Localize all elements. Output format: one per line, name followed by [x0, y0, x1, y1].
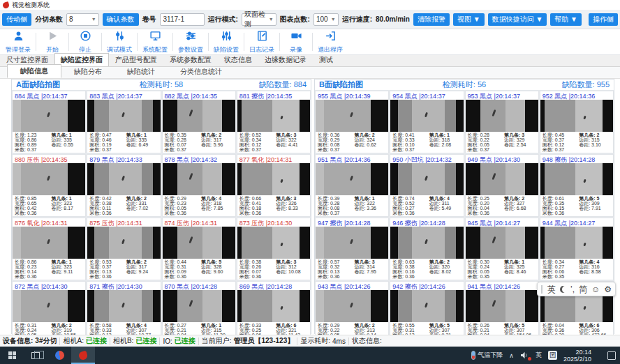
defect-thumbnail[interactable]	[540, 100, 613, 132]
defect-cell-880[interactable]: 880 压伤 |20:14:35长度: 0.85宽度: 0.65面积: 0.42…	[12, 154, 86, 217]
defect-thumbnail[interactable]	[540, 227, 613, 259]
clear-alarm-button[interactable]: 清除报警	[413, 13, 450, 26]
defect-thumbnail[interactable]	[316, 100, 388, 132]
drive-side-button[interactable]: 传动侧	[2, 13, 31, 26]
defect-thumbnail[interactable]	[466, 290, 538, 322]
action-monitor-button[interactable]: 系统配置	[138, 29, 172, 55]
defect-cell-953[interactable]: 953 黑点 |20:14:37长度: 0.28宽度: 0.22面积: 0.05…	[465, 91, 539, 153]
defect-cell-950[interactable]: 950 小凹坑 |20:14:32长度: 0.74宽度: 0.52面积: 0.2…	[390, 154, 464, 217]
emoji-icon[interactable]: ☺	[591, 285, 600, 294]
defect-cell-882[interactable]: 882 黑点 |20:14:35长度: 0.35宽度: 0.28面积: 0.07…	[162, 91, 236, 153]
defect-cell-874[interactable]: 874 压伤 |20:14:31长度: 0.44宽度: 0.31面积: 0.09…	[162, 218, 236, 280]
defect-thumbnail[interactable]	[87, 290, 160, 322]
defect-thumbnail[interactable]	[163, 163, 235, 195]
view-menu-button[interactable]: 视图 ▼	[453, 13, 485, 26]
defect-cell-944[interactable]: 944 黑点 |20:14:27长度: 0.34宽度: 0.27面积: 0.06…	[540, 218, 614, 280]
defect-cell-881[interactable]: 881 擦伤 |20:14:35长度: 0.52宽度: 0.34面积: 0.12…	[237, 91, 311, 153]
tab-2[interactable]: 产品型号配置	[109, 53, 163, 66]
defect-thumbnail[interactable]	[316, 227, 388, 259]
clock-widget[interactable]: 20:142025/2/10	[563, 349, 591, 363]
action-center-button[interactable]	[607, 351, 616, 360]
subtab-1[interactable]: 缺陷分布	[61, 66, 115, 78]
moon-icon[interactable]	[560, 286, 566, 293]
defect-thumbnail[interactable]	[87, 100, 160, 132]
defect-cell-884[interactable]: 884 黑点 |20:14:37长度: 1.23宽度: 0.86面积: 0.89…	[12, 91, 86, 153]
defect-thumbnail[interactable]	[87, 163, 160, 195]
defect-cell-945[interactable]: 945 黑点 |20:14:27长度: 0.30宽度: 0.24面积: 0.05…	[465, 218, 539, 280]
ime-simplified-toggle[interactable]: 简	[579, 285, 587, 294]
defect-thumbnail[interactable]	[390, 100, 463, 132]
action-params-sliders-button[interactable]: 参数设置	[174, 29, 207, 55]
defect-cell-879[interactable]: 879 黑点 |20:14:33长度: 0.42宽度: 0.38面积: 0.11…	[87, 154, 161, 217]
hidden-icons-button[interactable]: ∧	[509, 352, 514, 359]
ime-lang-toggle[interactable]: 英	[547, 285, 556, 294]
defect-thumbnail[interactable]	[466, 100, 538, 132]
ime-punct-toggle[interactable]: ’,	[570, 285, 575, 294]
action-stop-button[interactable]: 停止	[70, 29, 101, 55]
strip-count-select[interactable]: 8▼	[66, 13, 99, 26]
defect-thumbnail[interactable]	[237, 100, 310, 132]
subtab-2[interactable]: 缺陷统计	[115, 66, 168, 78]
weather-widget[interactable]: 气温下降	[471, 351, 503, 360]
defect-thumbnail[interactable]	[87, 227, 160, 259]
defect-thumbnail[interactable]	[390, 163, 463, 195]
tab-5[interactable]: 边缘数据记录	[258, 53, 313, 66]
volume-button[interactable]	[520, 351, 529, 359]
run-mode-select[interactable]: 双面检测▼	[242, 13, 276, 26]
defect-thumbnail[interactable]	[163, 227, 235, 259]
action-defect-sliders-button[interactable]: 缺陷设置	[209, 29, 243, 55]
action-camera-button[interactable]: 录像	[281, 29, 311, 55]
help-menu-button[interactable]: 帮助 ▼	[550, 13, 582, 26]
defect-cell-873[interactable]: 873 压伤 |20:14:30长度: 0.38宽度: 0.26面积: 0.07…	[237, 218, 311, 280]
tab-3[interactable]: 系统参数配置	[163, 53, 218, 66]
action-exit-button[interactable]: 退出程序	[313, 29, 347, 55]
defect-thumbnail[interactable]	[237, 227, 310, 259]
defect-cell-949[interactable]: 949 黑点 |20:14:30长度: 0.25宽度: 0.20面积: 0.04…	[465, 154, 539, 217]
defect-thumbnail[interactable]	[237, 290, 310, 322]
subtab-3[interactable]: 分类信息统计	[168, 66, 235, 78]
defect-thumbnail[interactable]	[390, 290, 463, 322]
action-play-button[interactable]: 开始	[37, 29, 68, 55]
defect-cell-948[interactable]: 948 擦伤 |20:14:28长度: 0.61宽度: 0.35面积: 0.15…	[540, 154, 614, 217]
defect-thumbnail[interactable]	[540, 163, 613, 195]
confirm-count-button[interactable]: 确认条数	[103, 13, 139, 26]
defect-cell-875[interactable]: 875 压伤 |20:14:31长度: 0.53宽度: 0.37面积: 0.13…	[87, 218, 161, 280]
operator-side-button[interactable]: 操作侧	[589, 13, 618, 26]
data-quick-access-button[interactable]: 数据快捷访问 ▼	[488, 13, 547, 26]
defect-cell-883[interactable]: 883 黑点 |20:14:37长度: 0.47宽度: 0.46面积: 0.19…	[87, 91, 161, 153]
defect-thumbnail[interactable]	[316, 290, 388, 322]
tab-4[interactable]: 状态信息	[218, 53, 258, 66]
defect-thumbnail[interactable]	[316, 163, 388, 195]
defect-thumbnail[interactable]	[237, 163, 310, 195]
action-user-button[interactable]: 管理登录	[1, 29, 35, 55]
start-button[interactable]	[0, 347, 24, 364]
subtab-0[interactable]: 缺陷信息	[7, 64, 61, 78]
defect-thumbnail[interactable]	[13, 227, 85, 259]
action-debug-sliders-button[interactable]: 调试模式	[103, 29, 136, 55]
tab-6[interactable]: 测试	[313, 53, 339, 66]
defect-cell-951[interactable]: 951 黑点 |20:14:36长度: 0.39宽度: 0.28面积: 0.08…	[315, 154, 389, 217]
roll-number-input[interactable]: 3117-1	[160, 13, 205, 26]
defect-cell-877[interactable]: 877 氧化 |20:14:31长度: 0.66宽度: 0.41面积: 0.18…	[237, 154, 311, 217]
gear-icon[interactable]: ⚙	[604, 285, 612, 294]
language-indicator[interactable]: 英	[536, 351, 542, 360]
defect-cell-876[interactable]: 876 氧化 |20:14:31长度: 0.86宽度: 0.23面积: 0.14…	[12, 218, 86, 280]
defect-cell-955[interactable]: 955 黑点 |20:14:39长度: 0.36宽度: 0.29面积: 0.08…	[315, 91, 389, 153]
defect-thumbnail[interactable]	[13, 100, 85, 132]
defect-thumbnail[interactable]	[163, 290, 235, 322]
chart-points-select[interactable]: 100▼	[313, 13, 339, 26]
task-view-button[interactable]	[24, 347, 47, 364]
defect-thumbnail[interactable]	[390, 227, 463, 259]
defect-thumbnail[interactable]	[13, 290, 85, 322]
defect-cell-952[interactable]: 952 黑点 |20:14:36长度: 0.45宽度: 0.37面积: 0.12…	[540, 91, 614, 153]
defect-thumbnail[interactable]	[163, 100, 235, 132]
defect-cell-947[interactable]: 947 擦伤 |20:14:28长度: 0.57宽度: 0.32面积: 0.13…	[315, 218, 389, 280]
defect-cell-878[interactable]: 878 黑点 |20:14:32长度: 0.29宽度: 0.23面积: 0.05…	[162, 154, 236, 217]
pinned-app-button[interactable]	[47, 347, 71, 364]
defect-thumbnail[interactable]	[466, 227, 538, 259]
action-journal-button[interactable]: 日志记录	[245, 29, 279, 55]
inspection-app-taskbar-button[interactable]	[71, 347, 95, 364]
defect-thumbnail[interactable]	[13, 163, 85, 195]
defect-cell-954[interactable]: 954 黑点 |20:14:37长度: 0.41宽度: 0.33面积: 0.10…	[390, 91, 464, 153]
ime-grip-handle[interactable]	[541, 285, 543, 294]
